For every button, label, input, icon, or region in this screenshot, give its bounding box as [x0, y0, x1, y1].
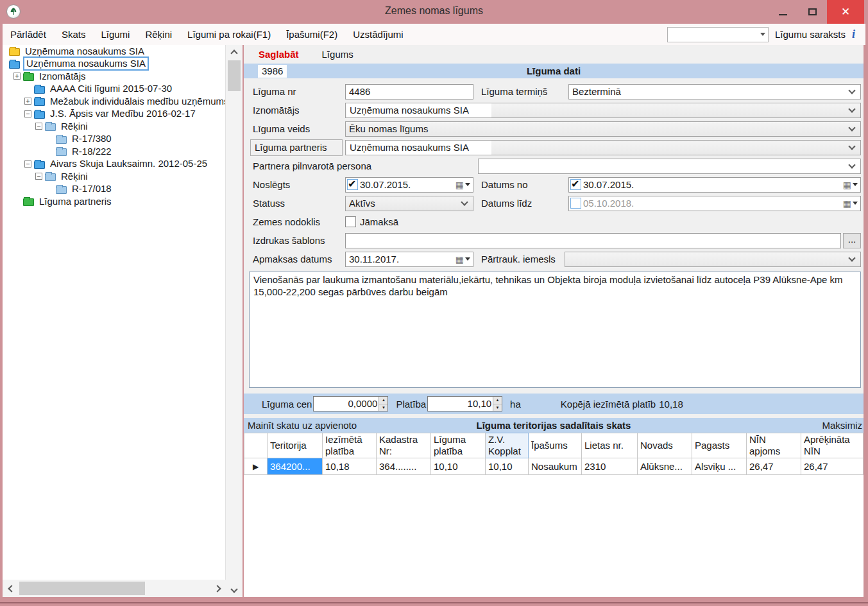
grid-column-header[interactable]: Kadastra Nr: [377, 433, 431, 458]
menu-item-1[interactable]: Pārlādēt [3, 29, 54, 40]
datums-no-datepicker[interactable]: 30.07.2015. ▦ [568, 177, 861, 193]
grid-column-header[interactable]: Iezīmētā platība [323, 433, 377, 458]
tree-item[interactable]: +Iznomātājs [3, 70, 225, 83]
tree-item[interactable]: −Rēķini [3, 120, 225, 133]
partrauk-iemesls-select[interactable] [565, 252, 861, 267]
jamaksa-checkbox[interactable] [345, 216, 356, 227]
partnera-persona-combobox[interactable] [478, 159, 861, 174]
maximize-view-button[interactable]: Maksimiz [822, 418, 863, 433]
tree-item[interactable]: −Aivars Skuja Lauksaimn. 2012-05-25 [3, 158, 225, 171]
area-spinner[interactable]: 10,10 ▲▼ [427, 396, 502, 411]
minimize-button[interactable] [768, 0, 797, 24]
tree-horizontal-scrollbar[interactable] [3, 580, 226, 597]
collapse-icon[interactable]: − [24, 160, 31, 168]
spin-down-icon[interactable]: ▼ [493, 404, 502, 411]
grid-column-header[interactable]: Līguma platība [431, 433, 486, 458]
grid-cell[interactable]: 2310 [582, 458, 638, 475]
scroll-left-icon[interactable] [3, 580, 18, 597]
save-button[interactable]: Saglabāt [259, 49, 299, 60]
tree-item[interactable]: R-17/018 [3, 183, 225, 196]
spin-up-icon[interactable]: ▲ [493, 397, 502, 404]
collapse-icon[interactable]: − [35, 173, 42, 180]
iznomatajs-combobox[interactable]: Uzņēmuma nosaukums SIA [345, 103, 861, 118]
spin-down-icon[interactable]: ▼ [379, 404, 387, 411]
grid-cell[interactable]: 26,47 [801, 458, 864, 475]
liguma-veids-select[interactable]: Ēku nomas līgums [345, 121, 861, 137]
liguma-partneris-combobox[interactable]: Uzņēmuma nosaukums SIA [345, 140, 861, 155]
list-selector-combobox[interactable] [667, 27, 769, 42]
expand-icon[interactable]: + [24, 98, 31, 105]
menubar: PārlādētSkatsLīgumiRēķiniLīgumi pa rokai… [3, 24, 865, 45]
apmaksas-datums-datepicker[interactable]: 30.11.2017. ▦ [345, 252, 473, 267]
maximize-button[interactable] [797, 0, 827, 24]
izdrukas-sablons-input[interactable] [345, 233, 841, 248]
menu-item-5[interactable]: Līgumi pa rokai(F1) [180, 29, 278, 40]
chevron-down-icon[interactable] [853, 202, 858, 205]
menu-item-6[interactable]: Īpašumi(F2) [278, 29, 345, 40]
tree-item[interactable]: Līguma partneris [3, 195, 225, 208]
grid-cell[interactable]: 10,10 [431, 458, 486, 475]
browse-button[interactable]: ... [843, 233, 861, 248]
grid-cell[interactable]: 364........ [377, 458, 431, 475]
chevron-down-icon[interactable] [465, 183, 470, 186]
price-spinner[interactable]: 0,0000 ▲▼ [313, 396, 388, 411]
menu-item-7[interactable]: Uzstādījumi [345, 29, 411, 40]
tree-vertical-scrollbar[interactable] [226, 45, 243, 597]
vertical-scroll-thumb[interactable] [228, 60, 241, 91]
grid-column-header[interactable]: Z.V. Kopplat [486, 433, 529, 458]
table-row[interactable]: ▶364200...10,18364........10,1010,10Nosa… [244, 458, 864, 475]
field-label-statuss: Statuss [249, 198, 345, 209]
menu-item-2[interactable]: Skats [54, 29, 94, 40]
collapse-icon[interactable]: − [24, 110, 31, 117]
grid-cell[interactable]: 26,47 [747, 458, 801, 475]
tree-item[interactable]: +Mežabuk individuālais medību uzņēmums [3, 95, 225, 108]
spin-up-icon[interactable]: ▲ [379, 397, 387, 404]
grid-cell[interactable]: 10,10 [486, 458, 529, 475]
grid-column-header[interactable]: Aprēķināta NĪN [801, 433, 864, 458]
tree-item[interactable]: −J.S. Āpsis var Medību 2016-02-17 [3, 108, 225, 121]
grid-column-header[interactable]: Teritorija [268, 433, 323, 458]
grid-column-header[interactable]: Lietas nr. [582, 433, 638, 458]
collapse-icon[interactable]: − [35, 123, 42, 130]
expand-icon[interactable]: + [13, 73, 21, 80]
liguma-termins-select[interactable]: Bezterminā [568, 84, 861, 100]
grid-column-header[interactable]: Novads [638, 433, 692, 458]
info-icon[interactable]: i [852, 28, 858, 41]
scroll-right-icon[interactable] [210, 580, 226, 597]
chevron-down-icon[interactable] [465, 257, 470, 261]
grid-column-header[interactable]: NĪN apjoms [747, 433, 801, 458]
chevron-down-icon[interactable] [853, 183, 858, 186]
tree-item[interactable]: R-17/380 [3, 133, 225, 146]
liguma-nr-input[interactable]: 4486 [345, 84, 473, 100]
scroll-down-icon[interactable] [226, 583, 243, 597]
datums-lidz-datepicker[interactable]: 05.10.2018. ▦ [568, 196, 861, 211]
form-toolbar: Saglabāt Līgums [244, 45, 864, 64]
close-button[interactable]: ✕ [827, 0, 864, 24]
grid-cell[interactable]: 364200... [268, 458, 323, 475]
grid-cell[interactable]: 10,18 [323, 458, 377, 475]
statuss-select[interactable]: Aktīvs [345, 196, 473, 211]
noslegts-checkbox[interactable] [347, 179, 358, 190]
tree-item[interactable]: Uzņēmuma nosaukums SIA [3, 45, 225, 58]
ligums-menu[interactable]: Līgums [322, 49, 353, 60]
datums-lidz-checkbox[interactable] [570, 198, 581, 209]
tree-item[interactable]: R-18/222 [3, 145, 225, 158]
grid-column-header[interactable]: Pagasts [692, 433, 747, 458]
menu-item-4[interactable]: Rēķini [137, 29, 180, 40]
scroll-up-icon[interactable] [226, 45, 243, 59]
horizontal-scroll-thumb[interactable] [19, 582, 145, 595]
grid-cell[interactable]: Alūksne... [638, 458, 692, 475]
folder-icon [45, 123, 56, 131]
grid-cell[interactable]: Nosaukum [529, 458, 582, 475]
folder-icon [23, 73, 34, 81]
contract-description-textarea[interactable]: Vienošanās par laukuma izmantošanu mater… [249, 272, 861, 388]
tree-item[interactable]: AAAA Citi līgumi 2015-07-30 [3, 83, 225, 96]
noslegts-datepicker[interactable]: 30.07.2015. ▦ [345, 177, 473, 193]
tree-item[interactable]: −Rēķini [3, 170, 225, 183]
grid-column-header[interactable]: Īpašums [529, 433, 582, 458]
tree-item[interactable]: Uzņēmuma nosaukums SIA [3, 58, 225, 71]
datums-no-checkbox[interactable] [570, 179, 581, 190]
grid-cell[interactable]: Alsviķu ... [692, 458, 747, 475]
liguma-partneris-button[interactable]: Līguma partneris [250, 139, 343, 156]
menu-item-3[interactable]: Līgumi [93, 29, 137, 40]
